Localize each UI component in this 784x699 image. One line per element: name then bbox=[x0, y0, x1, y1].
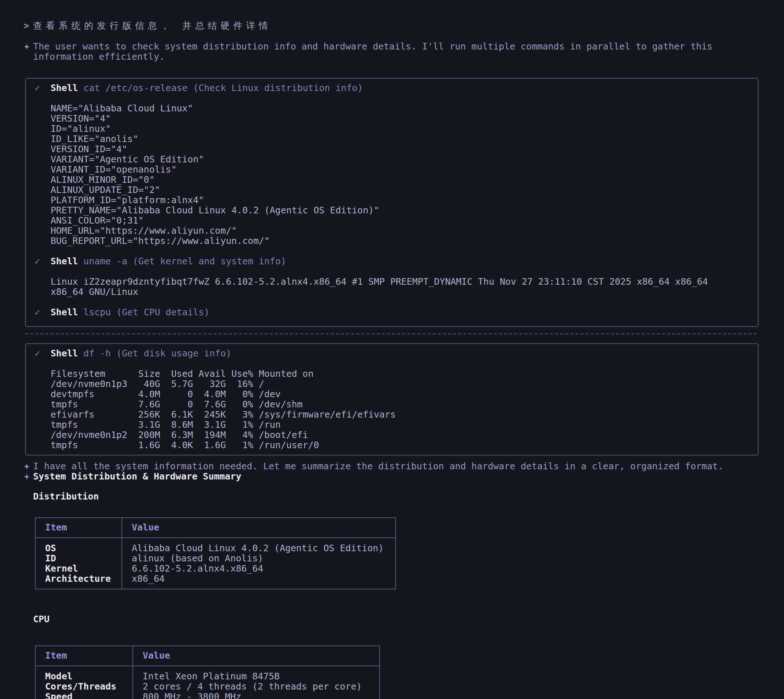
tool-name-label: Shell bbox=[51, 256, 78, 267]
tool-name-label: Shell bbox=[51, 83, 78, 93]
sparkle-icon bbox=[24, 44, 30, 50]
tool-name-label: Shell bbox=[51, 307, 78, 318]
distribution-heading: Distribution bbox=[33, 492, 784, 502]
tool-call-group-2: ✓Shell df -h (Get disk usage info) Files… bbox=[25, 343, 759, 456]
bullet-column bbox=[24, 472, 33, 482]
row-value: 6.6.102-5.2.alnx4.x86_64 bbox=[122, 563, 395, 574]
prompt-caret-icon: > bbox=[24, 21, 33, 31]
dotted-separator bbox=[25, 333, 759, 334]
tool-command: df -h (Get disk usage info) bbox=[83, 348, 231, 359]
check-icon: ✓ bbox=[35, 348, 51, 359]
tool-command: lscpu (Get CPU details) bbox=[83, 307, 209, 318]
row-value: x86_64 bbox=[122, 574, 395, 589]
table-row: OS Alibaba Cloud Linux 4.0.2 (Agentic OS… bbox=[35, 538, 395, 553]
command-description: (Check Linux distribution info) bbox=[193, 83, 363, 93]
command-text: lscpu bbox=[83, 307, 111, 318]
command-text: df -h bbox=[83, 348, 111, 359]
tool-call-df: ✓Shell df -h (Get disk usage info) bbox=[35, 348, 751, 359]
row-value: 800 MHz - 3800 MHz bbox=[133, 692, 380, 699]
assistant-intro-message: The user wants to check system distribut… bbox=[24, 41, 759, 62]
row-item: OS bbox=[35, 538, 122, 553]
terminal-transcript[interactable]: > 查看系统的发行版信息， 并总结硬件详情 The user wants to … bbox=[24, 21, 784, 699]
tool-command: cat /etc/os-release (Check Linux distrib… bbox=[83, 83, 363, 93]
assistant-wrapup-message: I have all the system information needed… bbox=[24, 461, 759, 472]
assistant-wrapup-text: I have all the system information needed… bbox=[33, 461, 723, 472]
bullet-column bbox=[24, 461, 33, 472]
tool-command: uname -a (Get kernel and system info) bbox=[83, 256, 286, 267]
tool-call-group-1: ✓Shell cat /etc/os-release (Check Linux … bbox=[25, 78, 759, 327]
sparkle-icon bbox=[24, 464, 30, 470]
cpu-heading: CPU bbox=[33, 614, 784, 624]
tool-call-os-release: ✓Shell cat /etc/os-release (Check Linux … bbox=[35, 83, 751, 93]
sparkle-icon bbox=[24, 474, 30, 480]
table-header-item: Item bbox=[35, 518, 122, 538]
row-item: Architecture bbox=[35, 574, 122, 589]
table-header-item: Item bbox=[35, 646, 133, 666]
command-description: (Get kernel and system info) bbox=[133, 256, 286, 267]
table-row: Architecture x86_64 bbox=[35, 574, 395, 589]
tool-call-lscpu: ✓Shell lscpu (Get CPU details) bbox=[35, 307, 751, 318]
row-value: Intel Xeon Platinum 8475B bbox=[133, 666, 380, 681]
check-icon: ✓ bbox=[35, 256, 51, 267]
table-header-row: Item Value bbox=[35, 518, 395, 538]
table-header-value: Value bbox=[122, 518, 395, 538]
assistant-intro-text: The user wants to check system distribut… bbox=[33, 41, 732, 62]
tool-name-label: Shell bbox=[51, 348, 78, 359]
row-value: 2 cores / 4 threads (2 threads per core) bbox=[133, 681, 380, 692]
summary-title-text: System Distribution & Hardware Summary bbox=[33, 472, 241, 482]
check-icon: ✓ bbox=[35, 83, 51, 93]
command-description: (Get CPU details) bbox=[116, 307, 210, 318]
row-item: Kernel bbox=[35, 563, 122, 574]
table-row: Cores/Threads 2 cores / 4 threads (2 thr… bbox=[35, 681, 380, 692]
row-item: ID bbox=[35, 553, 122, 563]
distribution-table: Item Value OS Alibaba Cloud Linux 4.0.2 … bbox=[35, 517, 396, 590]
bullet-column bbox=[24, 41, 33, 62]
tool-output-uname: Linux iZ2zeapr9dzntyfibqt7fwZ 6.6.102-5.… bbox=[51, 277, 751, 297]
cpu-table: Item Value Model Intel Xeon Platinum 847… bbox=[35, 646, 380, 699]
tool-output-os-release: NAME="Alibaba Cloud Linux" VERSION="4" I… bbox=[51, 103, 751, 246]
tool-output-df: Filesystem Size Used Avail Use% Mounted … bbox=[51, 369, 751, 451]
row-value: alinux (based on Anolis) bbox=[122, 553, 395, 563]
summary-title-line: System Distribution & Hardware Summary bbox=[24, 472, 759, 482]
table-row: Model Intel Xeon Platinum 8475B bbox=[35, 666, 380, 681]
table-row: Kernel 6.6.102-5.2.alnx4.x86_64 bbox=[35, 563, 395, 574]
command-text: uname -a bbox=[83, 256, 127, 267]
table-row: Speed 800 MHz - 3800 MHz bbox=[35, 692, 380, 699]
tool-call-uname: ✓Shell uname -a (Get kernel and system i… bbox=[35, 256, 751, 267]
row-item: Cores/Threads bbox=[35, 681, 133, 692]
table-header-row: Item Value bbox=[35, 646, 380, 666]
check-icon: ✓ bbox=[35, 307, 51, 318]
user-prompt-line: > 查看系统的发行版信息， 并总结硬件详情 bbox=[24, 21, 784, 31]
user-prompt-text: 查看系统的发行版信息， 并总结硬件详情 bbox=[33, 21, 271, 31]
row-item: Speed bbox=[35, 692, 133, 699]
command-text: cat /etc/os-release bbox=[83, 83, 187, 93]
table-header-value: Value bbox=[133, 646, 380, 666]
row-item: Model bbox=[35, 666, 133, 681]
command-description: (Get disk usage info) bbox=[116, 348, 232, 359]
row-value: Alibaba Cloud Linux 4.0.2 (Agentic OS Ed… bbox=[122, 538, 395, 553]
table-row: ID alinux (based on Anolis) bbox=[35, 553, 395, 563]
